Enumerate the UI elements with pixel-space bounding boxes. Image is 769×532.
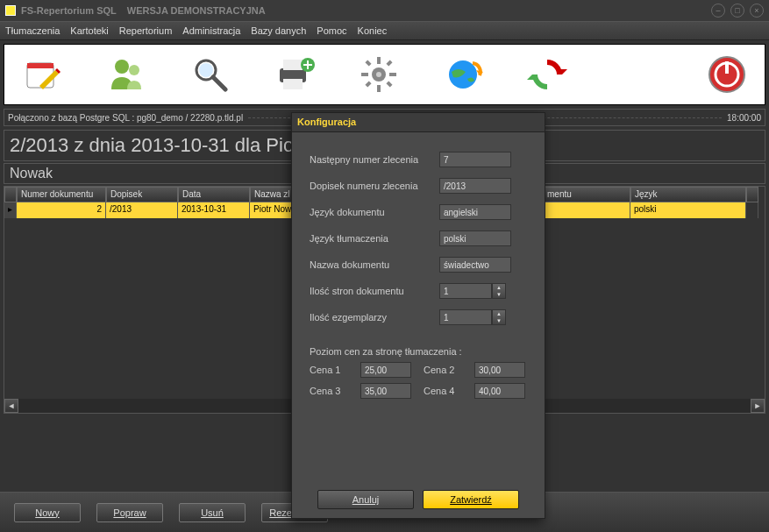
menu-koniec[interactable]: Koniec [358,25,388,36]
users-icon[interactable] [106,54,146,95]
sync-icon[interactable] [527,54,567,95]
spin-down-icon[interactable]: ▼ [493,317,505,324]
svg-rect-17 [386,60,392,66]
clock: 18:00:00 [727,113,761,123]
lbl-price-section: Poziom cen za stronę tłumaczenia : [310,346,527,357]
lbl-doc-name: Nazwa dokumentu [310,259,439,270]
lbl-doc-lang: Język dokumentu [310,207,439,217]
th-numer[interactable]: Numer dokumentu [17,187,106,202]
dialog-title: Konfiguracja [292,113,545,132]
input-cena3[interactable] [360,383,411,399]
svg-rect-16 [386,81,392,87]
maximize-button[interactable]: □ [730,4,744,18]
app-subtitle: WERSJA DEMONSTRACYJNA [127,5,266,16]
menu-kartoteki[interactable]: Kartoteki [70,25,108,36]
svg-rect-13 [361,73,368,76]
lbl-cena4: Cena 4 [424,386,466,396]
toolbar [4,44,765,105]
config-dialog: Konfiguracja Następny numer zlecenia Dop… [291,112,545,519]
input-cena4[interactable] [474,383,525,399]
cell-jez: polski [630,202,746,218]
confirm-button[interactable]: Zatwierdź [423,490,519,509]
menu-pomoc[interactable]: Pomoc [317,25,346,36]
svg-rect-23 [725,61,729,74]
input-next-num[interactable] [439,152,511,167]
svg-rect-8 [283,79,303,89]
lbl-copies: Ilość ezgemplarzy [310,312,439,323]
th-data[interactable]: Data [178,187,250,202]
svg-point-19 [376,72,381,77]
titlebar: FS-Repertorium SQL WERSJA DEMONSTRACYJNA… [0,0,769,21]
input-suffix[interactable] [439,178,511,194]
app-icon [5,5,16,16]
cell-mentu [543,202,630,218]
cell-dop: /2013 [106,202,178,218]
lbl-trans-lang: Język tłumaczenia [310,233,439,244]
svg-rect-14 [389,73,396,76]
print-add-icon[interactable] [274,54,315,95]
input-doc-lang[interactable] [439,204,511,220]
input-doc-name[interactable] [439,257,511,273]
lbl-pages: Ilość stron dokumentu [310,286,439,296]
cell-num: 2 [17,202,106,218]
spin-down-icon[interactable]: ▼ [493,291,505,298]
menu-bazy-danych[interactable]: Bazy danych [251,25,306,36]
input-pages[interactable] [439,283,492,299]
input-cena2[interactable] [474,362,525,378]
lbl-cena2: Cena 2 [424,365,466,375]
svg-point-5 [199,63,213,77]
popraw-button[interactable]: Popraw [96,503,163,522]
lbl-suffix: Dopisek numeru zlecenia [310,181,439,191]
th-dopisek[interactable]: Dopisek [106,187,178,202]
th-end[interactable] [746,187,758,202]
svg-point-2 [115,60,129,74]
svg-rect-15 [365,60,371,66]
lbl-next-num: Następny numer zlecenia [310,154,439,165]
svg-rect-1 [27,63,53,68]
app-title: FS-Repertorium SQL [21,5,117,16]
input-copies[interactable] [439,309,492,325]
svg-rect-18 [365,81,371,87]
globe-refresh-icon[interactable] [443,54,483,95]
usun-button[interactable]: Usuń [179,503,246,522]
svg-point-3 [129,65,139,75]
nowy-button[interactable]: Nowy [14,503,81,522]
cell-naz: Piotr Now [250,202,292,218]
close-button[interactable]: × [750,4,764,18]
spin-up-icon[interactable]: ▲ [493,310,505,317]
search-icon[interactable] [190,54,231,95]
power-icon[interactable] [707,54,747,95]
th-mentu[interactable]: mentu [543,187,630,202]
svg-rect-11 [377,57,381,64]
svg-rect-7 [283,60,303,70]
gear-icon[interactable] [359,54,399,95]
menu-tlumaczenia[interactable]: Tłumaczenia [5,25,60,36]
th-marker[interactable] [4,187,17,202]
th-jezyk[interactable]: Język [630,187,746,202]
spin-up-icon[interactable]: ▲ [493,284,505,291]
scroll-left-button[interactable]: ◄ [4,399,18,413]
menu-administracja[interactable]: Administracja [182,25,240,36]
cell-data: 2013-10-31 [178,202,250,218]
minimize-button[interactable]: – [711,4,725,18]
scroll-right-button[interactable]: ► [751,399,765,413]
menubar: Tłumaczenia Kartoteki Repertorium Admini… [0,21,769,40]
th-nazwa[interactable]: Nazwa zl [250,187,292,202]
connection-status: Połączono z bazą Postgre SQL : pg80_demo… [8,113,243,123]
lbl-cena3: Cena 3 [310,386,352,396]
svg-rect-12 [377,85,381,92]
menu-repertorium[interactable]: Repertorium [119,25,173,36]
cancel-button[interactable]: Anuluj [317,490,414,509]
input-cena1[interactable] [360,362,411,378]
input-trans-lang[interactable] [439,231,511,246]
edit-note-icon[interactable] [22,54,62,95]
lbl-cena1: Cena 1 [310,365,352,375]
